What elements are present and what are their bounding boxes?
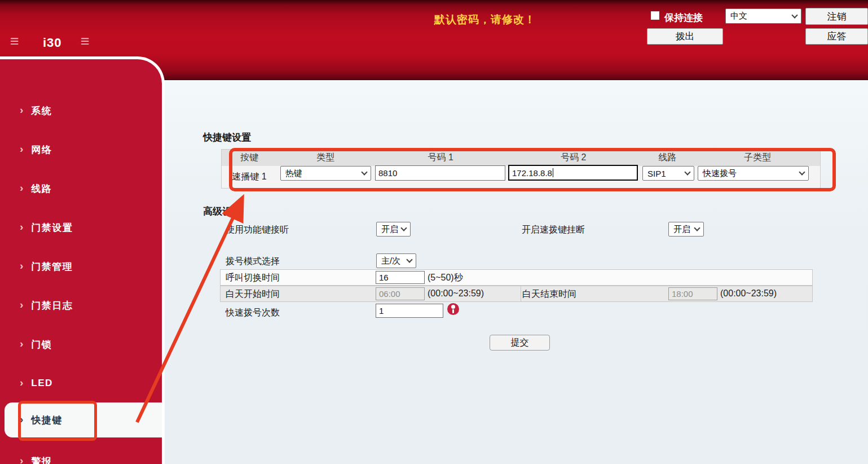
device-model-label: i30 <box>43 36 62 50</box>
help-icon-dot <box>451 305 455 309</box>
shortcut-section-title: 快捷键设置 <box>203 131 251 144</box>
submit-button-label: 提交 <box>511 337 529 349</box>
speed-dial-times-label: 快速拨号次数 <box>226 307 280 319</box>
col-header-key: 按键 <box>222 150 277 166</box>
speed-dial-hangup-label: 开启速拨键挂断 <box>522 224 585 236</box>
answer-button[interactable]: 应答 <box>805 28 868 45</box>
chevron-down-icon <box>406 256 412 262</box>
sidebar-item-line[interactable]: › 线路 <box>0 180 162 197</box>
line-select[interactable]: SIP1 <box>642 166 694 181</box>
shortcut-table-header-row: 按键 类型 号码 1 号码 2 线路 子类型 <box>222 150 820 166</box>
fn-key-answer-select[interactable]: 开启 <box>376 222 411 237</box>
chevron-right-icon: › <box>20 299 23 311</box>
day-start-time-hint: (00:00~23:59) <box>428 288 484 299</box>
number2-input-value: 172.18.8.8 <box>512 168 552 178</box>
sidebar-item-label: 门禁设置 <box>31 221 73 234</box>
call-switch-time-label: 呼叫切换时间 <box>226 272 280 284</box>
page: ≡ i30 ≡ 默认密码，请修改！ 保持连接 中文 注销 拨出 应答 › 系统 … <box>0 0 868 464</box>
help-warning-icon[interactable] <box>447 303 459 315</box>
call-switch-time-row <box>220 269 813 286</box>
keep-connection-label: 保持连接 <box>664 11 703 24</box>
line-select-value: SIP1 <box>647 169 666 178</box>
dial-out-button-label: 拨出 <box>676 30 695 43</box>
col-header-line: 线路 <box>640 150 695 166</box>
chevron-right-icon: › <box>20 338 23 350</box>
day-start-time-input <box>376 287 425 300</box>
sidebar-item-network[interactable]: › 网络 <box>0 141 162 158</box>
chevron-right-icon: › <box>20 221 23 233</box>
number2-input[interactable]: 172.18.8.8 <box>508 165 638 181</box>
logout-button-label: 注销 <box>827 10 847 23</box>
sidebar-item-label: LED <box>31 378 53 389</box>
sidebar-item-shortcut-key[interactable]: › 快捷键 <box>5 402 162 437</box>
subtype-select[interactable]: 快速拨号 <box>698 166 809 181</box>
sidebar-item-door-lock[interactable]: › 门锁 <box>0 336 162 353</box>
speed-dial-hangup-select[interactable]: 开启 <box>668 222 704 237</box>
col-header-subtype: 子类型 <box>695 150 820 166</box>
dial-mode-select-value: 主/次 <box>381 256 400 266</box>
chevron-right-icon: › <box>20 104 23 116</box>
chevron-right-icon: › <box>20 182 23 194</box>
advanced-section-title: 高级设置 <box>203 205 241 218</box>
sidebar-item-label: 门锁 <box>31 338 52 351</box>
day-end-time-hint: (00:00~23:59) <box>720 288 777 299</box>
dial-out-button[interactable]: 拨出 <box>647 28 723 45</box>
day-start-time-label: 白天开始时间 <box>226 288 280 300</box>
fn-key-answer-label: 使用功能键接听 <box>226 224 289 236</box>
call-switch-time-hint: (5~50)秒 <box>428 272 463 284</box>
menu-lines-right-icon: ≡ <box>81 34 90 49</box>
subtype-select-value: 快速拨号 <box>703 168 737 179</box>
col-header-number1: 号码 1 <box>374 150 507 166</box>
dial-mode-select[interactable]: 主/次 <box>376 253 416 268</box>
speed-key-name: 速播键 1 <box>222 166 277 188</box>
row-divider <box>521 286 521 301</box>
sidebar-item-label: 网络 <box>31 143 52 156</box>
chevron-right-icon: › <box>20 143 23 155</box>
sidebar-item-system[interactable]: › 系统 <box>0 102 162 119</box>
sidebar-item-led[interactable]: › LED <box>0 375 162 392</box>
sidebar-item-access-settings[interactable]: › 门禁设置 <box>0 219 162 236</box>
speed-dial-hangup-select-value: 开启 <box>673 224 690 235</box>
chevron-down-icon <box>400 225 407 231</box>
sidebar-item-label: 线路 <box>31 182 52 195</box>
language-select[interactable]: 中文 <box>725 8 801 24</box>
day-end-time-label: 白天结束时间 <box>522 288 576 300</box>
sidebar: › 系统 › 网络 › 线路 › 门禁设置 › 门禁管理 › 门禁日志 › 门锁… <box>0 56 165 464</box>
submit-button[interactable]: 提交 <box>490 335 550 351</box>
sidebar-item-access-log[interactable]: › 门禁日志 <box>0 297 162 314</box>
keep-connection-checkbox[interactable] <box>651 11 659 20</box>
chevron-right-icon: › <box>20 260 23 272</box>
language-select-value: 中文 <box>730 11 747 21</box>
sidebar-item-alarm[interactable]: › 警报 <box>0 453 162 464</box>
sidebar-item-label: 快捷键 <box>31 414 63 427</box>
fn-key-answer-select-value: 开启 <box>381 224 398 235</box>
help-icon-stem <box>452 309 454 313</box>
col-header-number2: 号码 2 <box>507 150 640 166</box>
sidebar-item-access-management[interactable]: › 门禁管理 <box>0 258 162 275</box>
call-switch-time-input[interactable] <box>376 271 425 284</box>
chevron-down-icon <box>799 169 805 175</box>
col-header-type: 类型 <box>277 150 374 166</box>
chevron-right-icon: › <box>20 377 23 389</box>
default-password-warning: 默认密码，请修改！ <box>434 12 536 27</box>
chevron-down-icon <box>361 169 367 175</box>
sidebar-item-label: 门禁管理 <box>31 260 73 273</box>
key-type-select-value: 热键 <box>285 168 302 179</box>
chevron-down-icon <box>791 12 797 18</box>
chevron-down-icon <box>684 169 690 175</box>
sidebar-item-label: 警报 <box>31 455 52 464</box>
text-cursor <box>553 168 553 177</box>
chevron-right-icon: › <box>20 454 23 464</box>
sidebar-item-label: 门禁日志 <box>31 299 73 312</box>
day-end-time-input <box>668 287 717 300</box>
dial-mode-label: 拨号模式选择 <box>226 256 280 268</box>
sidebar-item-label: 系统 <box>31 104 52 117</box>
menu-lines-left-icon: ≡ <box>10 34 19 49</box>
key-type-select[interactable]: 热键 <box>280 166 371 181</box>
speed-dial-times-input[interactable] <box>376 304 443 318</box>
logout-button[interactable]: 注销 <box>805 8 868 25</box>
number1-input[interactable] <box>375 165 505 181</box>
chevron-right-icon: › <box>20 413 23 426</box>
chevron-down-icon <box>694 225 700 231</box>
answer-button-label: 应答 <box>827 30 847 43</box>
